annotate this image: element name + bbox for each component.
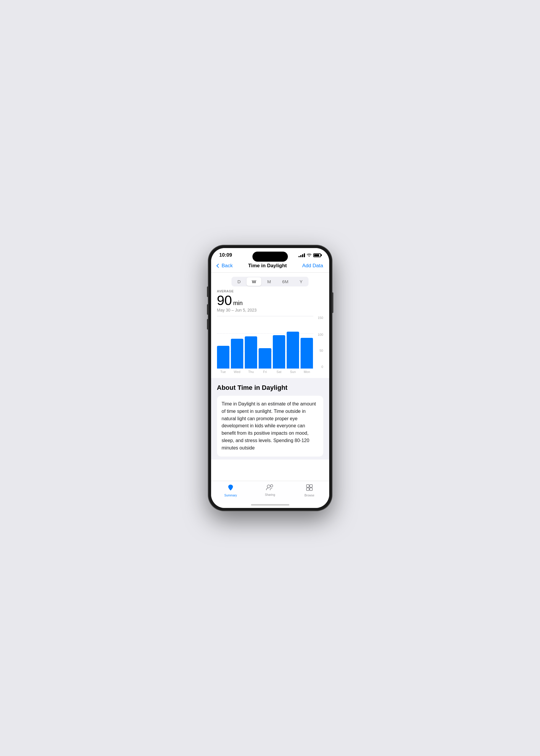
dynamic-island [252, 251, 288, 262]
average-unit: min [233, 300, 243, 307]
bars-container [217, 316, 313, 369]
average-label: AVERAGE [217, 289, 323, 293]
about-card: Time in Daylight is an estimate of the a… [217, 396, 323, 457]
y-label-0: 0 [321, 365, 323, 369]
signal-bars [299, 253, 305, 257]
page-title: Time in Daylight [248, 263, 287, 269]
about-text: Time in Daylight is an estimate of the a… [222, 400, 319, 452]
svg-rect-5 [310, 488, 312, 491]
bar-tue [217, 316, 229, 369]
tab-week[interactable]: W [246, 277, 261, 286]
tab-year[interactable]: Y [294, 277, 308, 286]
bar-fill-fri [259, 348, 271, 369]
day-label-sat: Sat [273, 369, 285, 375]
bar-thu [245, 316, 257, 369]
battery-fill [314, 254, 319, 256]
about-title: About Time in Daylight [217, 384, 323, 391]
bar-fill-tue [217, 346, 229, 369]
status-bar: 10:09 [211, 248, 329, 260]
tab-bar: Summary Sharing [211, 481, 329, 503]
bar-fri [259, 316, 271, 369]
svg-rect-2 [307, 485, 309, 487]
bar-wed [231, 316, 243, 369]
date-range: May 30 – Jun 5, 2023 [217, 308, 323, 312]
about-section: About Time in Daylight Time in Daylight … [211, 378, 329, 460]
signal-bar-4 [304, 253, 305, 257]
average-number: 90 [217, 294, 232, 307]
period-tabs: D W M 6M Y [231, 277, 308, 286]
home-bar [251, 504, 289, 506]
phone-frame: 10:09 [208, 245, 332, 511]
back-label: Back [222, 263, 233, 269]
summary-label: Summary [224, 494, 237, 497]
browse-icon [306, 484, 313, 493]
day-label-fri: Fri [259, 369, 271, 375]
tab-browse[interactable]: Browse [290, 484, 329, 497]
sharing-icon [266, 484, 274, 492]
y-axis: 150 100 50 0 [314, 316, 323, 369]
bar-fill-mon [301, 338, 313, 369]
battery-icon [313, 253, 321, 257]
bar-mon [301, 316, 313, 369]
summary-icon [227, 484, 234, 493]
content-area: D W M 6M Y AVERAGE 90 min May 30 – Jun 5… [211, 273, 329, 481]
volume-down-button [207, 319, 208, 330]
svg-rect-4 [307, 488, 309, 491]
day-label-mon: Mon [301, 369, 313, 375]
phone-screen: 10:09 [211, 248, 329, 508]
wifi-icon [307, 253, 312, 257]
average-value-row: 90 min [217, 294, 323, 307]
chevron-left-icon [216, 263, 220, 267]
day-label-thu: Thu [245, 369, 257, 375]
browse-label: Browse [304, 494, 314, 497]
home-indicator [211, 503, 329, 508]
day-label-wed: Wed [231, 369, 243, 375]
tab-day[interactable]: D [232, 277, 246, 286]
svg-point-0 [267, 485, 270, 488]
svg-rect-3 [310, 485, 312, 487]
bar-fill-wed [231, 339, 243, 369]
status-time: 10:09 [219, 252, 232, 258]
tab-summary[interactable]: Summary [211, 484, 250, 497]
svg-point-1 [270, 485, 273, 487]
chart-section: AVERAGE 90 min May 30 – Jun 5, 2023 [211, 289, 329, 378]
period-selector: D W M 6M Y [211, 273, 329, 289]
bar-fill-thu [245, 336, 257, 369]
bar-fill-sun [287, 332, 299, 369]
tab-month[interactable]: M [262, 277, 276, 286]
back-button[interactable]: Back [217, 263, 233, 269]
signal-bar-1 [299, 256, 300, 257]
volume-up-button [207, 304, 208, 315]
navigation-bar: Back Time in Daylight Add Data [211, 260, 329, 273]
y-label-100: 100 [318, 333, 323, 336]
tab-6month[interactable]: 6M [277, 277, 294, 286]
bar-sun [287, 316, 299, 369]
bar-chart: 150 100 50 0 TueWedThuFriSatSunMon [217, 316, 323, 375]
tab-sharing[interactable]: Sharing [250, 484, 290, 497]
sharing-label: Sharing [265, 493, 275, 497]
signal-bar-3 [302, 254, 303, 257]
y-label-150: 150 [318, 316, 323, 320]
y-label-50: 50 [320, 349, 323, 352]
status-icons [299, 253, 321, 257]
bar-sat [273, 316, 285, 369]
signal-bar-2 [300, 255, 302, 257]
day-labels-row: TueWedThuFriSatSunMon [217, 369, 313, 375]
bar-fill-sat [273, 335, 285, 369]
add-data-button[interactable]: Add Data [302, 263, 323, 269]
day-label-sun: Sun [287, 369, 299, 375]
day-label-tue: Tue [217, 369, 229, 375]
